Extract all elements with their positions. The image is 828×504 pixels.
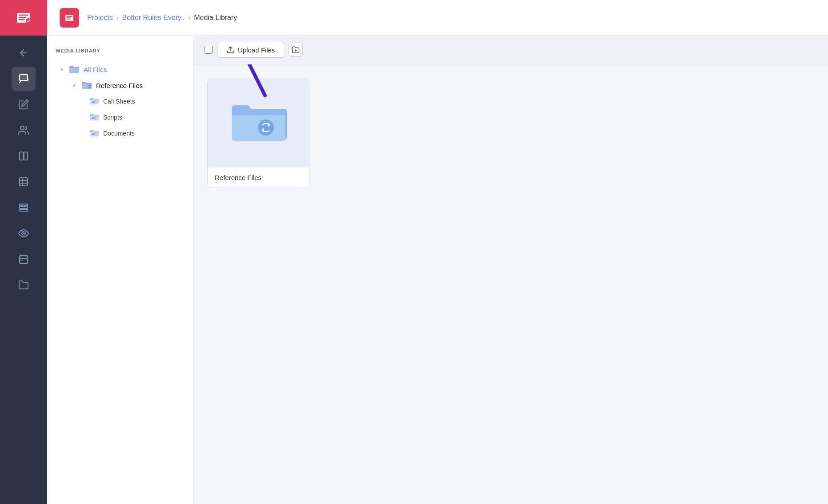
svg-rect-10 [20,209,28,211]
panel-content: Reference Files [194,64,828,504]
breadcrumb: Projects › Better Ruins Every.. › Media … [87,14,237,22]
select-all-checkbox[interactable] [205,46,213,54]
header-logo [60,8,79,28]
svg-rect-7 [20,178,28,186]
new-folder-icon [292,46,300,54]
reference-files-label: Reference Files [96,82,182,89]
panels-nav-button[interactable] [12,144,36,168]
all-files-label: All Files [84,66,182,73]
svg-rect-13 [20,256,28,264]
svg-rect-19 [92,118,95,119]
svg-point-28 [258,120,274,136]
reference-files-card[interactable]: Reference Files [207,78,309,188]
rows-nav-button[interactable] [12,196,36,220]
svg-rect-17 [92,102,95,103]
big-folder-icon [229,98,287,147]
scripts-label: Scripts [103,114,122,121]
tree-children: ▼ Reference Files [56,77,185,141]
sidebar-item-scripts[interactable]: Scripts [85,109,185,125]
sidebar-item-reference-files[interactable]: ▼ Reference Files [68,77,185,93]
sidebar: MEDIA LIBRARY ▼ All Files ▼ [47,36,194,504]
breadcrumb-current: Media Library [194,14,237,22]
folder-nav-button[interactable] [12,273,36,297]
back-nav-button[interactable] [12,41,36,65]
folder-card-preview [208,78,309,167]
breadcrumb-sep-2: › [189,14,191,21]
svg-rect-8 [20,204,28,206]
table-nav-button[interactable] [12,170,36,194]
rail-navigation [0,36,47,302]
svg-rect-20 [92,133,96,134]
chevron-all-files-icon: ▼ [59,66,65,72]
svg-rect-18 [92,117,96,118]
folder-call-sheets-icon [89,96,100,107]
folder-card-container: Reference Files [207,78,309,188]
folder-card-name: Reference Files [208,167,309,188]
svg-rect-5 [20,152,23,160]
svg-rect-16 [92,101,96,102]
svg-rect-9 [20,207,28,208]
camera-nav-button[interactable] [12,221,36,245]
panel-toolbar: Upload Files [194,36,828,64]
svg-rect-21 [92,134,95,135]
main-panel: Upload Files [194,36,828,504]
svg-rect-6 [24,152,28,160]
icon-rail [0,0,47,504]
breadcrumb-project[interactable]: Better Ruins Every.. [122,14,185,22]
folder-reference-files-icon [81,80,92,91]
sidebar-item-documents[interactable]: Documents [85,125,185,141]
sidebar-title: MEDIA LIBRARY [56,48,185,53]
folder-documents-icon [89,128,100,139]
new-folder-button[interactable] [289,43,303,57]
top-header: Projects › Better Ruins Every.. › Media … [47,0,828,36]
svg-point-12 [23,233,24,234]
documents-label: Documents [103,130,135,137]
sidebar-item-call-sheets[interactable]: Call Sheets [85,93,185,109]
folder-all-files-icon [68,64,80,75]
sidebar-item-all-files[interactable]: ▼ All Files [56,61,185,77]
app-logo [0,0,47,36]
upload-icon [226,46,234,54]
breadcrumb-sep-1: › [117,14,119,21]
call-sheets-label: Call Sheets [103,98,135,105]
main-wrap: Projects › Better Ruins Every.. › Media … [47,0,828,504]
content-area: MEDIA LIBRARY ▼ All Files ▼ [47,36,828,504]
users-nav-button[interactable] [12,118,36,142]
chevron-reference-files-icon: ▼ [71,82,77,88]
upload-label: Upload Files [238,46,275,54]
breadcrumb-projects[interactable]: Projects [87,14,113,22]
folder-scripts-icon [89,112,100,123]
svg-rect-3 [20,75,27,79]
upload-files-button[interactable]: Upload Files [217,42,284,58]
svg-point-4 [20,126,24,130]
edit-nav-button[interactable] [12,92,36,116]
tree-sub-children: Call Sheets Scripts [68,93,185,141]
calendar-nav-button[interactable] [12,247,36,271]
chat-nav-button[interactable] [12,67,36,91]
